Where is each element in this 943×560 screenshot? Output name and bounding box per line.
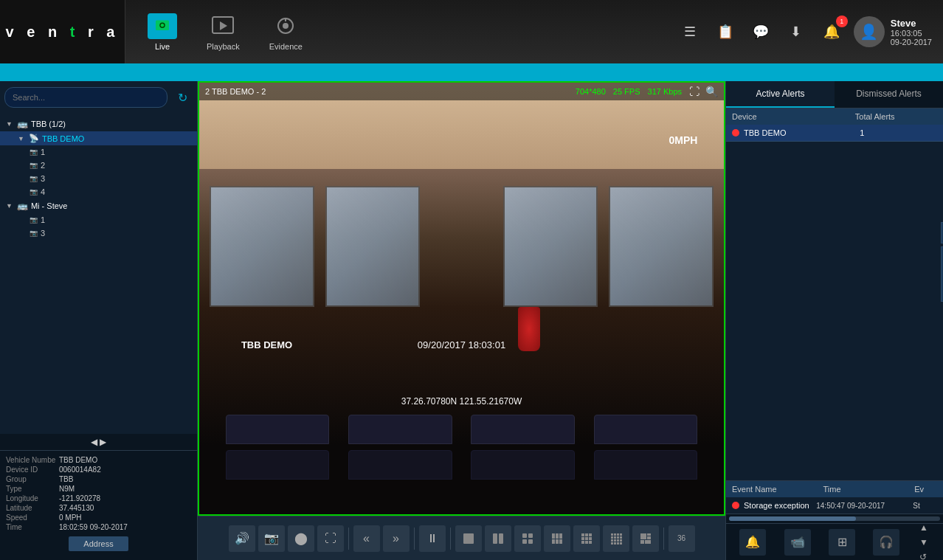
tree-group-mi[interactable]: ▼ 🚌 Mi - Steve	[0, 198, 197, 213]
left-scroll[interactable]: ◀ ▶	[0, 434, 197, 450]
svg-rect-30	[611, 533, 613, 536]
svg-rect-37	[620, 536, 622, 539]
notification-badge: 1	[836, 15, 848, 27]
svg-rect-23	[589, 533, 592, 536]
next-button[interactable]: »	[383, 525, 410, 552]
nav-items: Live Playback Evidence	[125, 7, 677, 57]
pause-button[interactable]: ⏸	[419, 525, 446, 552]
top-nav: v e n t r a Live Playback	[0, 0, 943, 65]
svg-rect-13	[522, 539, 527, 544]
notification-icon-btn[interactable]: 🔔 1	[818, 18, 845, 45]
alert-count: 1	[860, 128, 937, 137]
headset-button[interactable]: 🎧	[873, 529, 899, 556]
toolbar-separator-1	[348, 528, 349, 550]
prev-button[interactable]: «	[353, 525, 380, 552]
svg-rect-31	[614, 533, 616, 536]
event-name-1: Storage exception	[744, 501, 816, 510]
svg-rect-16	[556, 533, 559, 539]
scroll-down-btn[interactable]: ▼	[918, 536, 930, 549]
bottom-scrollbar[interactable]	[726, 514, 943, 523]
events-section: Event Name Time Ev Storage exception 14:…	[726, 480, 943, 514]
layout-2[interactable]	[485, 525, 511, 552]
list-icon-btn[interactable]: ☰	[677, 18, 703, 45]
fullscreen-button[interactable]: ⛶	[689, 86, 700, 97]
tree-camera-2[interactable]: 📷 2	[0, 159, 197, 172]
time-value: 18:02:59 09-20-2017	[59, 523, 128, 531]
tbb-demo-label: TBB DEMO	[42, 134, 84, 143]
expand-icon-2: ▼	[18, 135, 24, 142]
camera-group-button[interactable]: 📹	[784, 529, 811, 556]
event-time-1: 14:50:47 09-20-2017	[816, 502, 913, 510]
search-video-button[interactable]: 🔍	[705, 86, 718, 97]
download-icon-btn[interactable]: ⬇	[783, 18, 809, 45]
layout-custom[interactable]	[632, 525, 659, 552]
nav-playback[interactable]: Playback	[192, 7, 255, 57]
th-event-name: Event Name	[732, 485, 823, 494]
layout-1[interactable]	[455, 525, 482, 552]
alerts-spacer	[726, 142, 943, 480]
snapshot-button[interactable]: 📷	[258, 525, 285, 552]
tree-camera-1[interactable]: 📷 1	[0, 145, 197, 159]
alerts-tabs: Active Alerts Dismissed Alerts	[726, 81, 943, 108]
svg-rect-32	[617, 533, 619, 536]
tree-mi-camera-3[interactable]: 📷 3	[0, 227, 197, 240]
vehicle-info: Vehicle Numbe TBB DEMO Device ID 0060014…	[0, 450, 197, 560]
user-time: 16:03:05	[891, 29, 932, 38]
refresh-button[interactable]: ↻	[172, 87, 193, 108]
nav-right: ☰ 📋 💬 ⬇ 🔔 1 👤 Steve 16:03:05 09-20-2017	[677, 16, 943, 47]
layout-6[interactable]	[544, 525, 570, 552]
tbb-group-label: TBB (1/2)	[31, 120, 66, 128]
document-icon-btn[interactable]: 📋	[712, 18, 739, 45]
scroll-up-btn[interactable]: ▲	[918, 521, 930, 534]
svg-rect-12	[528, 533, 533, 538]
toolbar-separator-3	[450, 528, 451, 550]
video-actions: ⛶ 🔍	[689, 86, 718, 97]
camera-3-label: 3	[41, 174, 45, 183]
video-resolution: 704*480	[576, 87, 606, 96]
message-icon-btn[interactable]: 💬	[747, 18, 774, 45]
secondary-nav	[0, 65, 943, 81]
camera-icon-2: 📷	[30, 162, 38, 169]
svg-rect-47	[647, 533, 651, 536]
search-input[interactable]	[4, 87, 167, 108]
svg-rect-43	[614, 542, 616, 545]
toolbar-separator-2	[414, 528, 415, 550]
user-date: 09-20-2017	[891, 38, 932, 46]
tree-group-tbb[interactable]: ▼ 🚌 TBB (1/2)	[0, 117, 197, 131]
tree-mi-camera-1[interactable]: 📷 1	[0, 213, 197, 227]
address-button[interactable]: Address	[69, 536, 128, 551]
svg-rect-26	[589, 537, 592, 540]
tree-device-tbb-demo[interactable]: ▼ 📡 TBB DEMO	[0, 131, 197, 145]
info-type: Type N9M	[6, 484, 191, 494]
group-label: Group	[6, 475, 59, 483]
layout-4[interactable]	[514, 525, 541, 552]
scroll-left-icon: ◀ ▶	[91, 437, 106, 447]
tab-active-alerts[interactable]: Active Alerts	[726, 81, 835, 108]
layout-9[interactable]	[573, 525, 600, 552]
count-btn[interactable]: 36	[669, 525, 695, 552]
svg-rect-14	[528, 539, 533, 544]
camera-icon-1: 📷	[30, 148, 38, 156]
left-panel: ↻ ▼ 🚌 TBB (1/2) ▼ 📡 TBB DEMO 📷 1 📷	[0, 81, 198, 560]
nav-live[interactable]: Live	[133, 7, 192, 57]
logo: v e n t r a	[6, 24, 120, 41]
record-button[interactable]: ⬤	[288, 525, 314, 552]
event-ev-1: St	[913, 502, 937, 510]
tree-camera-3[interactable]: 📷 3	[0, 172, 197, 185]
user-avatar: 👤	[854, 16, 885, 47]
search-bar: ↻	[0, 81, 197, 114]
svg-rect-35	[614, 536, 616, 539]
tab-dismissed-alerts[interactable]: Dismissed Alerts	[835, 81, 943, 108]
grid-button[interactable]: ⊞	[829, 529, 855, 556]
tree-camera-4[interactable]: 📷 4	[0, 185, 197, 198]
events-row-1[interactable]: Storage exception 14:50:47 09-20-2017 St	[726, 497, 943, 514]
fullscreen-btn[interactable]: ⛶	[317, 525, 344, 552]
svg-rect-41	[620, 539, 622, 542]
layout-16[interactable]	[603, 525, 629, 552]
nav-evidence[interactable]: Evidence	[255, 7, 317, 57]
alert-settings-button[interactable]: 🔔	[739, 529, 766, 556]
alerts-row-tbb[interactable]: TBB DEMO 1	[726, 125, 943, 142]
alert-device-name: TBB DEMO	[744, 128, 860, 137]
refresh-alerts-btn[interactable]: ↺	[918, 550, 930, 561]
audio-button[interactable]: 🔊	[229, 525, 255, 552]
